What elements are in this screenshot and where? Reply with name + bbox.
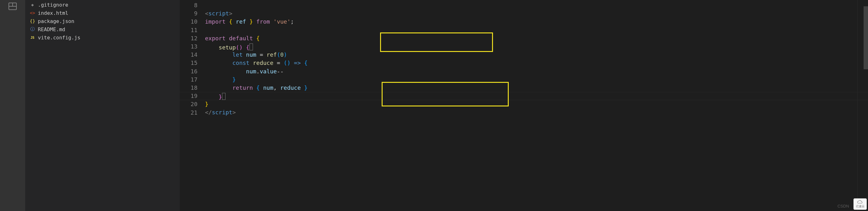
code-line[interactable]: }	[205, 100, 857, 108]
file-item[interactable]: {}package.json	[25, 17, 180, 25]
line-number: 16	[180, 67, 197, 76]
code-line[interactable]: const reduce = () => {	[205, 59, 857, 67]
line-number: 17	[180, 76, 197, 84]
line-number: 9	[180, 9, 197, 17]
line-number-gutter: 89101112131415161718192021	[180, 0, 205, 211]
file-name-label: package.json	[38, 18, 74, 24]
file-item[interactable]: <>index.html	[25, 9, 180, 17]
file-item[interactable]: JSvite.config.js	[25, 33, 180, 42]
code-line[interactable]: <script>	[205, 9, 857, 17]
panel-layout-icon[interactable]	[7, 1, 18, 11]
line-number: 8	[180, 1, 197, 9]
code-line[interactable]: num.value--	[205, 67, 857, 76]
file-type-icon: ◆	[30, 2, 35, 7]
watermark-logo: 亿速云	[854, 199, 867, 210]
line-number: 10	[180, 17, 197, 26]
file-explorer: ◆.gitignore<>index.html{}package.jsonⓘRE…	[25, 0, 180, 211]
line-number: 11	[180, 26, 197, 34]
line-number: 18	[180, 84, 197, 92]
scrollbar-thumb[interactable]	[864, 6, 868, 69]
file-name-label: index.html	[38, 10, 68, 16]
file-type-icon: {}	[30, 19, 35, 24]
line-number: 21	[180, 109, 197, 117]
code-line[interactable]: return { num, reduce }	[205, 84, 857, 92]
line-number: 12	[180, 34, 197, 42]
line-number: 14	[180, 51, 197, 59]
file-type-icon: ⓘ	[30, 27, 35, 32]
code-line[interactable]: </script>	[205, 108, 857, 116]
file-name-label: vite.config.js	[38, 35, 81, 41]
file-item[interactable]: ⓘREADME.md	[25, 25, 180, 33]
activity-bar	[0, 0, 25, 211]
file-name-label: README.md	[38, 27, 65, 32]
line-number: 13	[180, 42, 197, 51]
line-number: 15	[180, 59, 197, 67]
code-content[interactable]: <script>import { ref } from 'vue';export…	[205, 0, 857, 211]
code-line[interactable]	[205, 1, 857, 9]
code-line[interactable]: setup() {	[205, 42, 857, 51]
minimap[interactable]	[857, 0, 864, 211]
file-type-icon: JS	[30, 36, 35, 39]
code-line[interactable]: }	[205, 76, 857, 84]
editor[interactable]: 89101112131415161718192021 <script>impor…	[180, 0, 868, 211]
line-number: 20	[180, 100, 197, 108]
watermark-csdn: CSDN	[837, 204, 849, 209]
code-line[interactable]	[205, 26, 857, 34]
file-type-icon: <>	[30, 10, 35, 15]
code-line[interactable]: export default {	[205, 34, 857, 42]
vertical-scrollbar[interactable]	[864, 0, 868, 211]
code-line[interactable]: let num = ref(0)	[205, 51, 857, 59]
file-item[interactable]: ◆.gitignore	[25, 1, 180, 9]
file-name-label: .gitignore	[38, 2, 68, 8]
code-line[interactable]: }	[205, 92, 857, 100]
code-line[interactable]: import { ref } from 'vue';	[205, 17, 857, 26]
